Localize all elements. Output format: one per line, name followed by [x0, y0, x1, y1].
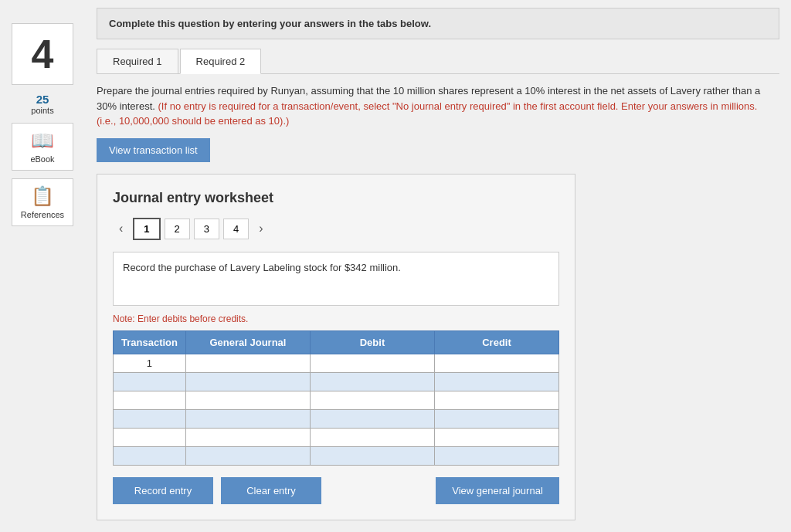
- credit-input-1[interactable]: [435, 373, 558, 391]
- instruction-text: Complete this question by entering your …: [109, 18, 431, 29]
- table-row-transaction-2: [114, 391, 186, 409]
- references-label: References: [21, 210, 64, 219]
- page-2-button[interactable]: 2: [165, 219, 190, 239]
- tab-required-1[interactable]: Required 1: [97, 49, 178, 73]
- debit-input-5[interactable]: [311, 447, 434, 465]
- table-row-debit-0[interactable]: [310, 354, 434, 372]
- journal-input-3[interactable]: [186, 410, 310, 428]
- journal-input-0[interactable]: [186, 354, 310, 372]
- col-transaction: Transaction: [114, 330, 186, 354]
- table-row-debit-5[interactable]: [310, 446, 434, 465]
- clear-entry-button[interactable]: Clear entry: [221, 477, 321, 504]
- tabs-container: Required 1 Required 2: [97, 49, 779, 74]
- prev-page-button[interactable]: ‹: [113, 219, 129, 239]
- points-box: 25 points: [31, 93, 53, 115]
- table-row-journal-0[interactable]: [185, 354, 310, 372]
- table-row-credit-0[interactable]: [434, 354, 558, 372]
- page-4-button[interactable]: 4: [223, 219, 249, 239]
- ebook-button[interactable]: 📖 eBook: [12, 123, 73, 171]
- table-row-journal-3[interactable]: [185, 409, 310, 428]
- table-row-transaction-1: [114, 372, 186, 391]
- transaction-description: Record the purchase of Lavery Labeling s…: [113, 252, 559, 306]
- points-label: points: [31, 106, 53, 115]
- sidebar: 4 25 points 📖 eBook 📋 References: [0, 0, 85, 532]
- debit-input-4[interactable]: [311, 429, 434, 446]
- ebook-icon: 📖: [31, 130, 54, 151]
- table-row-journal-4[interactable]: [185, 428, 310, 446]
- view-transaction-button[interactable]: View transaction list: [97, 138, 210, 162]
- instruction-banner: Complete this question by entering your …: [97, 8, 779, 39]
- journal-input-2[interactable]: [186, 391, 310, 409]
- ebook-label: eBook: [30, 154, 54, 164]
- table-row-debit-1[interactable]: [310, 372, 434, 391]
- table-row-journal-5[interactable]: [185, 446, 310, 465]
- tab-required-2[interactable]: Required 2: [180, 49, 262, 74]
- table-row-credit-3[interactable]: [434, 409, 558, 428]
- references-icon: 📋: [31, 185, 54, 207]
- table-row-credit-1[interactable]: [434, 372, 558, 391]
- next-page-button[interactable]: ›: [253, 219, 269, 239]
- table-row-journal-2[interactable]: [185, 391, 310, 409]
- credit-input-5[interactable]: [435, 447, 558, 465]
- col-credit: Credit: [434, 330, 558, 354]
- note-text: Note: Enter debits before credits.: [113, 313, 559, 324]
- journal-input-1[interactable]: [186, 373, 310, 391]
- question-number: 4: [12, 23, 73, 85]
- table-row-transaction-5: [114, 446, 186, 465]
- debit-input-0[interactable]: [311, 354, 434, 372]
- credit-input-4[interactable]: [435, 429, 558, 446]
- references-button[interactable]: 📋 References: [12, 178, 73, 226]
- page-1-button[interactable]: 1: [133, 218, 160, 240]
- col-general-journal: General Journal: [185, 330, 310, 354]
- col-debit: Debit: [310, 330, 434, 354]
- page-3-button[interactable]: 3: [194, 219, 219, 239]
- debit-input-3[interactable]: [311, 410, 434, 428]
- journal-table: Transaction General Journal Debit Credit: [113, 330, 559, 466]
- table-row-debit-3[interactable]: [310, 409, 434, 428]
- bottom-buttons: Record entry Clear entry View general jo…: [113, 477, 559, 504]
- journal-input-5[interactable]: [186, 447, 310, 465]
- table-row-transaction-4: [114, 428, 186, 446]
- debit-input-2[interactable]: [311, 391, 434, 409]
- table-row-journal-1[interactable]: [185, 372, 310, 391]
- credit-input-2[interactable]: [435, 391, 558, 409]
- table-row-credit-5[interactable]: [434, 446, 558, 465]
- table-row-transaction-0: 1: [114, 354, 186, 372]
- main-content: Complete this question by entering your …: [85, 0, 791, 532]
- description-red: (If no entry is required for a transacti…: [97, 100, 757, 127]
- table-row-credit-2[interactable]: [434, 391, 558, 409]
- description-text: Prepare the journal entries required by …: [97, 83, 779, 129]
- worksheet-container: Journal entry worksheet ‹ 1 2 3 4 ›: [97, 174, 575, 520]
- table-row-credit-4[interactable]: [434, 428, 558, 446]
- journal-input-4[interactable]: [186, 429, 310, 446]
- table-row-transaction-3: [114, 409, 186, 428]
- credit-input-3[interactable]: [435, 410, 558, 428]
- record-entry-button[interactable]: Record entry: [113, 477, 213, 504]
- pagination: ‹ 1 2 3 4 ›: [113, 218, 559, 240]
- view-general-journal-button[interactable]: View general journal: [436, 477, 559, 504]
- table-row-debit-2[interactable]: [310, 391, 434, 409]
- debit-input-1[interactable]: [311, 373, 434, 391]
- worksheet-title: Journal entry worksheet: [113, 190, 559, 206]
- points-value: 25: [31, 93, 53, 106]
- table-row-debit-4[interactable]: [310, 428, 434, 446]
- credit-input-0[interactable]: [435, 354, 558, 372]
